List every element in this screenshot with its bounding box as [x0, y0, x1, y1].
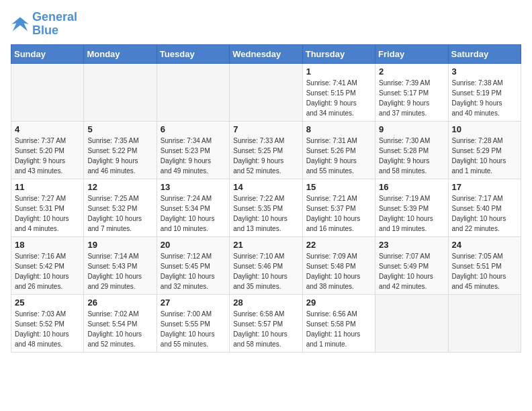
calendar-header-row: SundayMondayTuesdayWednesdayThursdayFrid… — [11, 44, 521, 63]
day-number: 20 — [161, 240, 226, 250]
day-number: 19 — [87, 240, 152, 250]
calendar-table: SundayMondayTuesdayWednesdayThursdayFrid… — [11, 44, 521, 353]
day-info: Sunrise: 7:16 AMSunset: 5:42 PMDaylight:… — [15, 251, 80, 291]
calendar-cell: 3Sunrise: 7:38 AMSunset: 5:19 PMDaylight… — [448, 63, 521, 121]
calendar-cell: 18Sunrise: 7:16 AMSunset: 5:42 PMDayligh… — [11, 236, 84, 294]
calendar-cell: 14Sunrise: 7:22 AMSunset: 5:35 PMDayligh… — [230, 179, 302, 236]
day-number: 22 — [306, 240, 371, 250]
calendar-cell: 22Sunrise: 7:09 AMSunset: 5:48 PMDayligh… — [302, 236, 375, 294]
day-info: Sunrise: 7:09 AMSunset: 5:48 PMDaylight:… — [306, 251, 371, 291]
weekday-header-friday: Friday — [375, 44, 448, 63]
day-info: Sunrise: 7:27 AMSunset: 5:31 PMDaylight:… — [15, 193, 80, 234]
day-info: Sunrise: 7:07 AMSunset: 5:49 PMDaylight:… — [379, 251, 444, 291]
day-number: 29 — [306, 298, 371, 308]
day-info: Sunrise: 7:05 AMSunset: 5:51 PMDaylight:… — [452, 251, 517, 291]
day-info: Sunrise: 7:39 AMSunset: 5:17 PMDaylight:… — [379, 78, 444, 118]
day-info: Sunrise: 7:34 AMSunset: 5:23 PMDaylight:… — [161, 136, 226, 176]
day-number: 10 — [452, 124, 517, 134]
day-info: Sunrise: 7:24 AMSunset: 5:34 PMDaylight:… — [161, 193, 226, 234]
calendar-cell: 23Sunrise: 7:07 AMSunset: 5:49 PMDayligh… — [375, 236, 448, 294]
calendar-week-row: 11Sunrise: 7:27 AMSunset: 5:31 PMDayligh… — [11, 179, 521, 236]
day-number: 28 — [233, 298, 298, 308]
day-number: 25 — [15, 298, 80, 308]
day-info: Sunrise: 7:03 AMSunset: 5:52 PMDaylight:… — [15, 309, 80, 349]
calendar-cell: 2Sunrise: 7:39 AMSunset: 5:17 PMDaylight… — [375, 63, 448, 121]
calendar-week-row: 4Sunrise: 7:37 AMSunset: 5:20 PMDaylight… — [11, 121, 521, 179]
day-number: 8 — [306, 124, 371, 134]
calendar-cell: 6Sunrise: 7:34 AMSunset: 5:23 PMDaylight… — [157, 121, 229, 179]
calendar-cell: 15Sunrise: 7:21 AMSunset: 5:37 PMDayligh… — [302, 179, 375, 236]
calendar-cell: 9Sunrise: 7:30 AMSunset: 5:28 PMDaylight… — [375, 121, 448, 179]
day-info: Sunrise: 7:14 AMSunset: 5:43 PMDaylight:… — [87, 251, 152, 291]
calendar-cell: 7Sunrise: 7:33 AMSunset: 5:25 PMDaylight… — [230, 121, 302, 179]
calendar-cell: 25Sunrise: 7:03 AMSunset: 5:52 PMDayligh… — [11, 294, 84, 352]
day-number: 17 — [452, 182, 517, 192]
calendar-cell — [448, 294, 521, 352]
calendar-cell: 11Sunrise: 7:27 AMSunset: 5:31 PMDayligh… — [11, 179, 84, 236]
day-number: 21 — [233, 240, 298, 250]
day-info: Sunrise: 7:35 AMSunset: 5:22 PMDaylight:… — [87, 136, 152, 176]
calendar-cell — [230, 63, 302, 121]
calendar-cell: 16Sunrise: 7:19 AMSunset: 5:39 PMDayligh… — [375, 179, 448, 236]
day-info: Sunrise: 7:41 AMSunset: 5:15 PMDaylight:… — [306, 78, 371, 118]
calendar-cell: 20Sunrise: 7:12 AMSunset: 5:45 PMDayligh… — [157, 236, 229, 294]
weekday-header-tuesday: Tuesday — [157, 44, 229, 63]
calendar-cell: 26Sunrise: 7:02 AMSunset: 5:54 PMDayligh… — [84, 294, 157, 352]
day-number: 5 — [87, 124, 152, 134]
page-header: General Blue — [11, 11, 521, 38]
day-number: 27 — [161, 298, 226, 308]
calendar-week-row: 18Sunrise: 7:16 AMSunset: 5:42 PMDayligh… — [11, 236, 521, 294]
day-info: Sunrise: 7:17 AMSunset: 5:40 PMDaylight:… — [452, 193, 517, 234]
day-info: Sunrise: 7:31 AMSunset: 5:26 PMDaylight:… — [306, 136, 371, 176]
calendar-cell — [11, 63, 84, 121]
calendar-cell: 27Sunrise: 7:00 AMSunset: 5:55 PMDayligh… — [157, 294, 229, 352]
day-info: Sunrise: 7:28 AMSunset: 5:29 PMDaylight:… — [452, 136, 517, 176]
calendar-cell: 10Sunrise: 7:28 AMSunset: 5:29 PMDayligh… — [448, 121, 521, 179]
calendar-cell: 1Sunrise: 7:41 AMSunset: 5:15 PMDaylight… — [302, 63, 375, 121]
day-number: 18 — [15, 240, 80, 250]
calendar-cell: 5Sunrise: 7:35 AMSunset: 5:22 PMDaylight… — [84, 121, 157, 179]
day-number: 24 — [452, 240, 517, 250]
day-number: 13 — [161, 182, 226, 192]
calendar-cell: 12Sunrise: 7:25 AMSunset: 5:32 PMDayligh… — [84, 179, 157, 236]
calendar-cell: 13Sunrise: 7:24 AMSunset: 5:34 PMDayligh… — [157, 179, 229, 236]
weekday-header-sunday: Sunday — [11, 44, 84, 63]
day-number: 11 — [15, 182, 80, 192]
calendar-cell — [84, 63, 157, 121]
logo-icon — [11, 15, 30, 34]
day-info: Sunrise: 7:00 AMSunset: 5:55 PMDaylight:… — [161, 309, 226, 349]
day-info: Sunrise: 7:02 AMSunset: 5:54 PMDaylight:… — [87, 309, 152, 349]
day-number: 4 — [15, 124, 80, 134]
calendar-cell: 28Sunrise: 6:58 AMSunset: 5:57 PMDayligh… — [230, 294, 302, 352]
day-number: 1 — [306, 66, 371, 77]
calendar-cell — [375, 294, 448, 352]
day-number: 26 — [87, 298, 152, 308]
calendar-cell: 17Sunrise: 7:17 AMSunset: 5:40 PMDayligh… — [448, 179, 521, 236]
day-number: 7 — [233, 124, 298, 134]
weekday-header-thursday: Thursday — [302, 44, 375, 63]
day-number: 16 — [379, 182, 444, 192]
calendar-cell: 21Sunrise: 7:10 AMSunset: 5:46 PMDayligh… — [230, 236, 302, 294]
day-info: Sunrise: 7:30 AMSunset: 5:28 PMDaylight:… — [379, 136, 444, 176]
calendar-cell: 8Sunrise: 7:31 AMSunset: 5:26 PMDaylight… — [302, 121, 375, 179]
calendar-cell: 19Sunrise: 7:14 AMSunset: 5:43 PMDayligh… — [84, 236, 157, 294]
logo: General Blue — [11, 11, 77, 38]
day-info: Sunrise: 7:33 AMSunset: 5:25 PMDaylight:… — [233, 136, 298, 176]
calendar-cell: 29Sunrise: 6:56 AMSunset: 5:58 PMDayligh… — [302, 294, 375, 352]
day-info: Sunrise: 6:56 AMSunset: 5:58 PMDaylight:… — [306, 309, 371, 349]
day-info: Sunrise: 7:38 AMSunset: 5:19 PMDaylight:… — [452, 78, 517, 118]
calendar-week-row: 25Sunrise: 7:03 AMSunset: 5:52 PMDayligh… — [11, 294, 521, 352]
weekday-header-saturday: Saturday — [448, 44, 521, 63]
calendar-week-row: 1Sunrise: 7:41 AMSunset: 5:15 PMDaylight… — [11, 63, 521, 121]
day-number: 3 — [452, 66, 517, 77]
day-number: 15 — [306, 182, 371, 192]
day-info: Sunrise: 7:12 AMSunset: 5:45 PMDaylight:… — [161, 251, 226, 291]
day-number: 14 — [233, 182, 298, 192]
day-number: 12 — [87, 182, 152, 192]
logo-text: General Blue — [32, 11, 77, 38]
weekday-header-wednesday: Wednesday — [230, 44, 302, 63]
day-number: 9 — [379, 124, 444, 134]
day-info: Sunrise: 6:58 AMSunset: 5:57 PMDaylight:… — [233, 309, 298, 349]
day-info: Sunrise: 7:22 AMSunset: 5:35 PMDaylight:… — [233, 193, 298, 234]
day-info: Sunrise: 7:25 AMSunset: 5:32 PMDaylight:… — [87, 193, 152, 234]
